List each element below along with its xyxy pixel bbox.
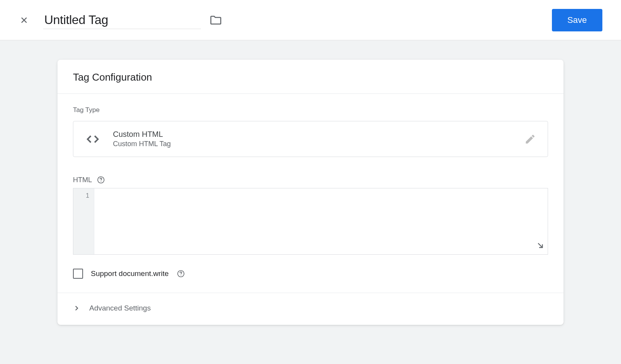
folder-button[interactable] (209, 14, 222, 27)
tag-type-section: Tag Type Custom HTML Custom HTML Tag (57, 94, 564, 255)
html-help-button[interactable] (97, 176, 105, 184)
document-write-help-button[interactable] (177, 269, 185, 278)
edit-icon (524, 133, 536, 145)
document-write-checkbox[interactable] (73, 269, 83, 279)
save-button[interactable]: Save (552, 9, 602, 31)
close-button[interactable] (19, 15, 29, 26)
tag-type-text: Custom HTML Custom HTML Tag (113, 130, 524, 148)
advanced-settings-label: Advanced Settings (89, 304, 151, 312)
chevron-right-icon (73, 305, 80, 312)
svg-point-3 (101, 181, 101, 182)
card-header: Tag Configuration (57, 60, 564, 94)
tag-type-label: Tag Type (73, 106, 548, 114)
help-icon (177, 269, 185, 278)
tag-type-name: Custom HTML (113, 130, 524, 139)
tag-configuration-card: Tag Configuration Tag Type Custom HTML C… (57, 60, 564, 325)
line-number: 1 (78, 192, 89, 199)
advanced-settings-toggle[interactable]: Advanced Settings (57, 293, 564, 325)
help-icon (97, 176, 105, 184)
tag-type-selector[interactable]: Custom HTML Custom HTML Tag (73, 121, 548, 157)
resize-handle[interactable] (536, 241, 545, 251)
tag-title-input[interactable] (43, 11, 201, 29)
html-code-editor[interactable]: 1 (73, 188, 548, 255)
content-area: Tag Configuration Tag Type Custom HTML C… (0, 40, 621, 325)
close-icon (20, 16, 28, 24)
document-write-label: Support document.write (91, 269, 169, 278)
svg-line-4 (538, 243, 543, 248)
code-gutter: 1 (73, 188, 94, 254)
page-header: Save (0, 0, 621, 40)
code-textarea[interactable] (94, 188, 548, 254)
document-write-row: Support document.write (57, 255, 564, 293)
html-label: HTML (73, 176, 92, 184)
svg-point-6 (180, 275, 181, 276)
resize-icon (536, 241, 545, 250)
folder-icon (209, 14, 222, 27)
card-title: Tag Configuration (73, 71, 548, 83)
tag-type-description: Custom HTML Tag (113, 140, 524, 148)
html-label-row: HTML (73, 176, 548, 184)
code-icon (85, 131, 101, 147)
